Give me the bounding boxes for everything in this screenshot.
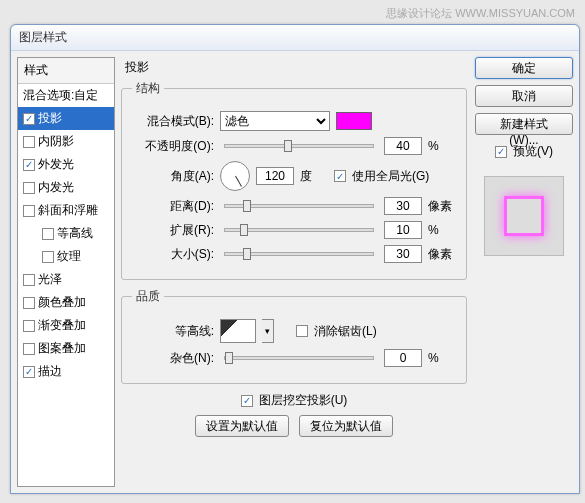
sidebar-item-label: 纹理 xyxy=(57,248,81,265)
antialias-checkbox[interactable] xyxy=(296,325,308,337)
main-area: 投影 结构 混合模式(B): 滤色 不透明度(O): % xyxy=(121,57,573,487)
noise-slider[interactable] xyxy=(224,356,374,360)
sidebar-item-9[interactable]: 颜色叠加 xyxy=(18,291,114,314)
spread-label: 扩展(R): xyxy=(132,222,214,239)
sidebar-item-10[interactable]: 渐变叠加 xyxy=(18,314,114,337)
preview-checkbox[interactable]: ✓ xyxy=(495,146,507,158)
sidebar-item-label: 光泽 xyxy=(38,271,62,288)
sidebar-checkbox-7[interactable] xyxy=(42,251,54,263)
angle-input[interactable] xyxy=(256,167,294,185)
sidebar-item-label: 渐变叠加 xyxy=(38,317,86,334)
sidebar-checkbox-6[interactable] xyxy=(42,228,54,240)
opacity-input[interactable] xyxy=(384,137,422,155)
sidebar-checkbox-9[interactable] xyxy=(23,297,35,309)
contour-label: 等高线: xyxy=(132,323,214,340)
sidebar-checkbox-3[interactable]: ✓ xyxy=(23,159,35,171)
sidebar-item-label: 混合选项:自定 xyxy=(23,87,98,104)
blend-mode-select[interactable]: 滤色 xyxy=(220,111,330,131)
quality-group: 品质 等高线: ▾ 消除锯齿(L) 杂色(N): % xyxy=(121,288,467,384)
watermark-text: 思缘设计论坛 WWW.MISSYUAN.COM xyxy=(386,6,575,21)
size-input[interactable] xyxy=(384,245,422,263)
sidebar-header: 样式 xyxy=(18,58,114,84)
distance-slider[interactable] xyxy=(224,204,374,208)
dialog-content: 样式 混合选项:自定✓投影内阴影✓外发光内发光斜面和浮雕等高线纹理光泽颜色叠加渐… xyxy=(11,51,579,493)
preview-label: 预览(V) xyxy=(513,143,553,160)
noise-input[interactable] xyxy=(384,349,422,367)
size-unit: 像素 xyxy=(428,246,456,263)
knockout-label: 图层挖空投影(U) xyxy=(259,392,348,409)
sidebar-item-label: 斜面和浮雕 xyxy=(38,202,98,219)
size-label: 大小(S): xyxy=(132,246,214,263)
right-column: 确定 取消 新建样式(W)... ✓ 预览(V) xyxy=(475,57,573,487)
layer-style-dialog: 图层样式 样式 混合选项:自定✓投影内阴影✓外发光内发光斜面和浮雕等高线纹理光泽… xyxy=(10,24,580,494)
sidebar-item-12[interactable]: ✓描边 xyxy=(18,360,114,383)
global-light-checkbox[interactable]: ✓ xyxy=(334,170,346,182)
distance-label: 距离(D): xyxy=(132,198,214,215)
sidebar-item-3[interactable]: ✓外发光 xyxy=(18,153,114,176)
sidebar-checkbox-2[interactable] xyxy=(23,136,35,148)
noise-label: 杂色(N): xyxy=(132,350,214,367)
sidebar-item-2[interactable]: 内阴影 xyxy=(18,130,114,153)
noise-unit: % xyxy=(428,351,456,365)
sidebar-item-label: 投影 xyxy=(38,110,62,127)
sidebar-item-11[interactable]: 图案叠加 xyxy=(18,337,114,360)
spread-slider[interactable] xyxy=(224,228,374,232)
angle-unit: 度 xyxy=(300,168,328,185)
sidebar-checkbox-10[interactable] xyxy=(23,320,35,332)
sidebar-item-label: 描边 xyxy=(38,363,62,380)
sidebar-checkbox-11[interactable] xyxy=(23,343,35,355)
sidebar-item-5[interactable]: 斜面和浮雕 xyxy=(18,199,114,222)
spread-input[interactable] xyxy=(384,221,422,239)
sidebar-item-label: 等高线 xyxy=(57,225,93,242)
sidebar-checkbox-1[interactable]: ✓ xyxy=(23,113,35,125)
sidebar-item-6[interactable]: 等高线 xyxy=(18,222,114,245)
cancel-button[interactable]: 取消 xyxy=(475,85,573,107)
opacity-slider[interactable] xyxy=(224,144,374,148)
opacity-label: 不透明度(O): xyxy=(132,138,214,155)
ok-button[interactable]: 确定 xyxy=(475,57,573,79)
styles-sidebar: 样式 混合选项:自定✓投影内阴影✓外发光内发光斜面和浮雕等高线纹理光泽颜色叠加渐… xyxy=(17,57,115,487)
preview-thumbnail xyxy=(484,176,564,256)
sidebar-item-label: 内发光 xyxy=(38,179,74,196)
structure-group: 结构 混合模式(B): 滤色 不透明度(O): % 角度(A): xyxy=(121,80,467,280)
knockout-checkbox[interactable]: ✓ xyxy=(241,395,253,407)
spread-unit: % xyxy=(428,223,456,237)
settings-panel: 投影 结构 混合模式(B): 滤色 不透明度(O): % xyxy=(121,57,467,487)
sidebar-item-0[interactable]: 混合选项:自定 xyxy=(18,84,114,107)
sidebar-item-label: 颜色叠加 xyxy=(38,294,86,311)
blend-mode-label: 混合模式(B): xyxy=(132,113,214,130)
size-slider[interactable] xyxy=(224,252,374,256)
antialias-label: 消除锯齿(L) xyxy=(314,323,377,340)
set-default-button[interactable]: 设置为默认值 xyxy=(195,415,289,437)
dialog-title: 图层样式 xyxy=(11,25,579,51)
contour-preview[interactable] xyxy=(220,319,256,343)
reset-default-button[interactable]: 复位为默认值 xyxy=(299,415,393,437)
new-style-button[interactable]: 新建样式(W)... xyxy=(475,113,573,135)
sidebar-item-label: 内阴影 xyxy=(38,133,74,150)
section-title: 投影 xyxy=(121,57,467,80)
sidebar-checkbox-4[interactable] xyxy=(23,182,35,194)
quality-legend: 品质 xyxy=(132,288,164,305)
angle-dial[interactable] xyxy=(220,161,250,191)
global-light-label: 使用全局光(G) xyxy=(352,168,429,185)
sidebar-checkbox-5[interactable] xyxy=(23,205,35,217)
sidebar-checkbox-8[interactable] xyxy=(23,274,35,286)
distance-unit: 像素 xyxy=(428,198,456,215)
sidebar-item-8[interactable]: 光泽 xyxy=(18,268,114,291)
sidebar-item-label: 外发光 xyxy=(38,156,74,173)
distance-input[interactable] xyxy=(384,197,422,215)
angle-label: 角度(A): xyxy=(132,168,214,185)
sidebar-checkbox-12[interactable]: ✓ xyxy=(23,366,35,378)
shadow-color-swatch[interactable] xyxy=(336,112,372,130)
sidebar-item-4[interactable]: 内发光 xyxy=(18,176,114,199)
sidebar-item-1[interactable]: ✓投影 xyxy=(18,107,114,130)
sidebar-item-7[interactable]: 纹理 xyxy=(18,245,114,268)
structure-legend: 结构 xyxy=(132,80,164,97)
contour-dropdown-icon[interactable]: ▾ xyxy=(262,319,274,343)
opacity-unit: % xyxy=(428,139,456,153)
sidebar-item-label: 图案叠加 xyxy=(38,340,86,357)
